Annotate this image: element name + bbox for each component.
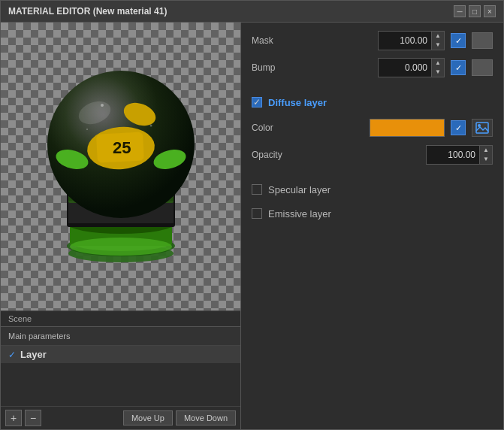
- mask-label: Mask: [252, 35, 312, 46]
- specular-layer-row: Specular layer: [252, 180, 493, 198]
- params-toolbar: + − Move Up Move Down: [1, 406, 240, 429]
- opacity-spin-up[interactable]: ▲: [480, 146, 492, 155]
- mask-spin-down[interactable]: ▼: [432, 41, 444, 50]
- diffuse-layer-checkbox[interactable]: ✓: [252, 97, 262, 108]
- color-row: Color ✓: [252, 117, 493, 138]
- bump-label: Bump: [252, 62, 312, 73]
- params-item-layer: ✓ Layer: [1, 346, 240, 363]
- diffuse-layer-row: ✓ Diffuse layer: [252, 93, 493, 111]
- opacity-label: Opacity: [252, 150, 312, 160]
- bump-input[interactable]: [379, 60, 431, 75]
- window-controls: ─ □ ×: [454, 5, 496, 17]
- bump-row: Bump ▲ ▼ ✓: [252, 57, 493, 78]
- mask-row: Mask ▲ ▼ ✓: [252, 30, 493, 51]
- close-button[interactable]: ×: [484, 5, 496, 17]
- restore-button[interactable]: □: [469, 5, 481, 17]
- params-header: Main parameters: [1, 327, 240, 346]
- params-list: ✓ Layer: [1, 346, 240, 406]
- opacity-row: Opacity ▲ ▼: [252, 144, 493, 165]
- specular-layer-checkbox[interactable]: [252, 184, 262, 195]
- left-panel: 25 Scen: [1, 23, 241, 429]
- color-check-button[interactable]: ✓: [451, 120, 466, 135]
- mask-input[interactable]: [379, 33, 431, 48]
- preview-area: 25: [1, 23, 240, 310]
- scene-label: Scene: [1, 310, 240, 326]
- opacity-input[interactable]: [427, 147, 479, 162]
- remove-button[interactable]: −: [25, 410, 41, 426]
- title-bar: MATERIAL EDITOR (New material 41) ─ □ ×: [1, 1, 503, 23]
- color-texture-button[interactable]: [472, 119, 493, 137]
- add-button[interactable]: +: [5, 410, 22, 426]
- bump-spin-up[interactable]: ▲: [432, 59, 444, 68]
- material-editor-window: MATERIAL EDITOR (New material 41) ─ □ ×: [0, 0, 504, 430]
- diffuse-layer-label: Diffuse layer: [268, 97, 327, 108]
- preview-svg: 25: [31, 62, 211, 272]
- mask-check-button[interactable]: ✓: [451, 33, 466, 48]
- color-swatch[interactable]: [370, 119, 445, 137]
- bump-spinners: ▲ ▼: [431, 59, 444, 77]
- mask-texture-swatch[interactable]: [472, 32, 493, 49]
- move-up-button[interactable]: Move Up: [123, 410, 173, 425]
- opacity-spinners: ▲ ▼: [479, 146, 492, 164]
- svg-point-20: [86, 129, 88, 130]
- move-down-button[interactable]: Move Down: [176, 410, 236, 425]
- emissive-layer-label: Emissive layer: [268, 208, 331, 220]
- svg-point-4: [70, 238, 172, 256]
- layer-label: Layer: [20, 349, 47, 360]
- svg-text:25: 25: [113, 138, 131, 157]
- bump-spin-down[interactable]: ▼: [432, 68, 444, 77]
- image-icon: [475, 122, 489, 134]
- mask-spinners: ▲ ▼: [431, 32, 444, 50]
- minimize-button[interactable]: ─: [454, 5, 466, 17]
- bump-input-group: ▲ ▼: [378, 58, 445, 77]
- opacity-spin-down[interactable]: ▼: [480, 155, 492, 164]
- specular-layer-label: Specular layer: [268, 184, 330, 195]
- window-title: MATERIAL EDITOR (New material 41): [8, 6, 167, 17]
- main-content: 25 Scen: [1, 23, 503, 429]
- svg-point-19: [149, 124, 152, 126]
- right-panel: Mask ▲ ▼ ✓ Bump ▲: [241, 23, 503, 429]
- emissive-layer-checkbox[interactable]: [252, 208, 262, 219]
- layer-check-icon: ✓: [8, 350, 16, 360]
- 3d-preview: 25: [1, 23, 240, 310]
- color-label: Color: [252, 123, 312, 133]
- bump-texture-swatch[interactable]: [472, 59, 493, 76]
- mask-spin-up[interactable]: ▲: [432, 32, 444, 41]
- svg-point-18: [101, 104, 104, 107]
- mask-input-group: ▲ ▼: [378, 31, 445, 50]
- emissive-layer-row: Emissive layer: [252, 204, 493, 223]
- bump-check-button[interactable]: ✓: [451, 60, 466, 75]
- parameters-panel: Main parameters ✓ Layer + − Move Up Move…: [1, 326, 240, 429]
- opacity-input-group: ▲ ▼: [426, 145, 493, 165]
- svg-rect-21: [476, 123, 488, 133]
